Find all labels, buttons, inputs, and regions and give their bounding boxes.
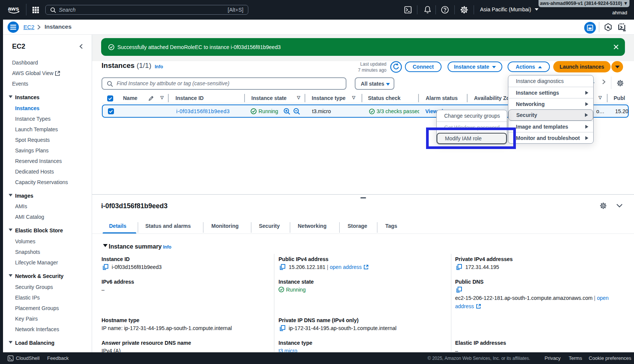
svg-text:aws: aws [8,5,19,12]
